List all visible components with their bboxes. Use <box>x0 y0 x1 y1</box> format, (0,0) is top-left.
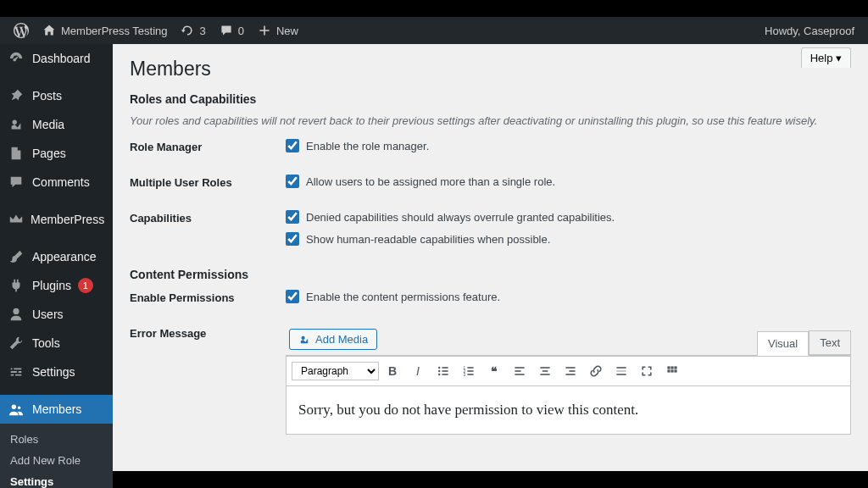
pin-icon <box>8 88 25 103</box>
bold-button[interactable]: B <box>381 360 404 382</box>
members-submenu: Roles Add New Role Settings Add-Ons Abou… <box>0 424 113 488</box>
submenu-settings[interactable]: Settings <box>0 471 113 488</box>
members-icon <box>8 402 25 417</box>
menu-tools[interactable]: Tools <box>0 329 113 358</box>
media-icon <box>298 334 310 346</box>
format-select[interactable]: Paragraph <box>292 362 379 380</box>
my-account[interactable]: Howdy, Caseproof <box>758 25 861 37</box>
align-right-button[interactable] <box>559 360 582 382</box>
svg-rect-17 <box>540 374 549 375</box>
numbered-list-button[interactable]: 123 <box>457 360 481 382</box>
new-content[interactable]: New <box>251 24 305 37</box>
section-content-perms-title: Content Permissions <box>130 268 851 281</box>
enable-perms-label: Enable Permissions <box>130 290 286 304</box>
role-manager-checkbox[interactable]: Enable the role manager. <box>286 139 851 152</box>
svg-rect-29 <box>674 369 676 372</box>
menu-plugins[interactable]: Plugins1 <box>0 271 113 300</box>
editor-content[interactable]: Sorry, but you do not have permission to… <box>287 386 850 434</box>
svg-rect-25 <box>670 366 673 369</box>
svg-point-4 <box>438 374 440 375</box>
svg-rect-12 <box>515 367 524 369</box>
svg-rect-26 <box>674 366 676 369</box>
menu-comments[interactable]: Comments <box>0 168 113 197</box>
menu-pages[interactable]: Pages <box>0 139 113 168</box>
home-icon <box>42 24 56 37</box>
align-left-button[interactable] <box>508 360 531 382</box>
comment-icon <box>8 175 25 190</box>
svg-rect-28 <box>670 369 673 372</box>
new-label: New <box>276 25 298 37</box>
content-area: Help ▾ Members Roles and Capabilities Yo… <box>113 44 868 471</box>
svg-rect-27 <box>667 369 670 372</box>
svg-rect-19 <box>569 370 575 372</box>
denied-caps-checkbox[interactable]: Denied capabilities should always overru… <box>286 210 851 224</box>
site-title-label: MemberPress Testing <box>61 25 167 37</box>
comment-icon <box>220 24 233 37</box>
dropdown-icon: ▾ <box>836 52 842 64</box>
brush-icon <box>8 249 25 264</box>
svg-rect-13 <box>515 370 520 372</box>
wp-logo[interactable] <box>7 23 36 38</box>
plugins-badge: 1 <box>78 278 93 293</box>
svg-rect-22 <box>616 370 626 372</box>
svg-rect-14 <box>515 374 524 375</box>
add-media-button[interactable]: Add Media <box>289 329 377 350</box>
plus-icon <box>258 24 271 37</box>
submenu-add-role[interactable]: Add New Role <box>0 450 113 471</box>
text-tab[interactable]: Text <box>809 330 851 355</box>
section-roles-desc: Your roles and capabilities will not rev… <box>130 114 851 127</box>
menu-posts[interactable]: Posts <box>0 81 113 110</box>
svg-rect-3 <box>442 370 448 372</box>
capabilities-label: Capabilities <box>130 210 286 225</box>
svg-rect-20 <box>565 374 575 375</box>
help-tab[interactable]: Help ▾ <box>801 47 851 68</box>
toolbar-toggle-button[interactable] <box>660 360 684 382</box>
dashboard-icon <box>8 51 25 66</box>
menu-memberpress[interactable]: MemberPress <box>0 205 113 234</box>
multi-roles-checkbox[interactable]: Allow users to be assigned more than a s… <box>286 175 851 188</box>
menu-users[interactable]: Users <box>0 300 113 329</box>
error-msg-label: Error Message <box>130 325 286 340</box>
submenu-roles[interactable]: Roles <box>0 429 113 450</box>
update-icon <box>181 24 194 37</box>
role-manager-label: Role Manager <box>130 139 286 153</box>
admin-sidebar: Dashboard Posts Media Pages Comments Mem… <box>0 44 113 471</box>
updates[interactable]: 3 <box>174 24 212 37</box>
menu-appearance[interactable]: Appearance <box>0 242 113 271</box>
sliders-icon <box>8 364 25 380</box>
link-button[interactable] <box>584 360 608 382</box>
site-name[interactable]: MemberPress Testing <box>36 24 174 37</box>
menu-media[interactable]: Media <box>0 110 113 139</box>
readmore-button[interactable] <box>609 360 633 382</box>
bullet-list-button[interactable] <box>431 360 455 382</box>
svg-point-2 <box>438 370 440 372</box>
menu-dashboard[interactable]: Dashboard <box>0 44 113 73</box>
comments-bubble[interactable]: 0 <box>213 24 251 37</box>
quote-button[interactable]: ❝ <box>482 360 506 382</box>
svg-rect-18 <box>565 367 575 369</box>
svg-rect-9 <box>467 370 473 372</box>
readable-caps-checkbox[interactable]: Show human-readable capabilities when po… <box>286 232 851 246</box>
svg-text:3: 3 <box>464 373 466 377</box>
italic-button[interactable]: I <box>406 360 430 382</box>
menu-settings[interactable]: Settings <box>0 358 113 386</box>
fullscreen-button[interactable] <box>635 360 659 382</box>
svg-rect-24 <box>667 366 670 369</box>
align-center-button[interactable] <box>533 360 557 382</box>
updates-count: 3 <box>199 25 205 37</box>
wrench-icon <box>8 336 25 351</box>
visual-tab[interactable]: Visual <box>757 331 809 356</box>
svg-rect-23 <box>616 374 626 375</box>
multi-roles-label: Multiple User Roles <box>130 175 286 189</box>
svg-rect-7 <box>467 367 473 369</box>
svg-point-0 <box>438 367 440 369</box>
editor-toolbar: Paragraph B I 123 ❝ <box>287 356 850 386</box>
enable-perms-checkbox[interactable]: Enable the content permissions feature. <box>286 290 851 303</box>
comments-count: 0 <box>238 25 244 37</box>
svg-rect-11 <box>467 374 473 375</box>
user-icon <box>8 307 25 322</box>
svg-rect-16 <box>542 370 548 372</box>
menu-members[interactable]: Members <box>0 395 113 424</box>
memberpress-icon <box>8 212 24 227</box>
page-title: Members <box>130 58 851 80</box>
